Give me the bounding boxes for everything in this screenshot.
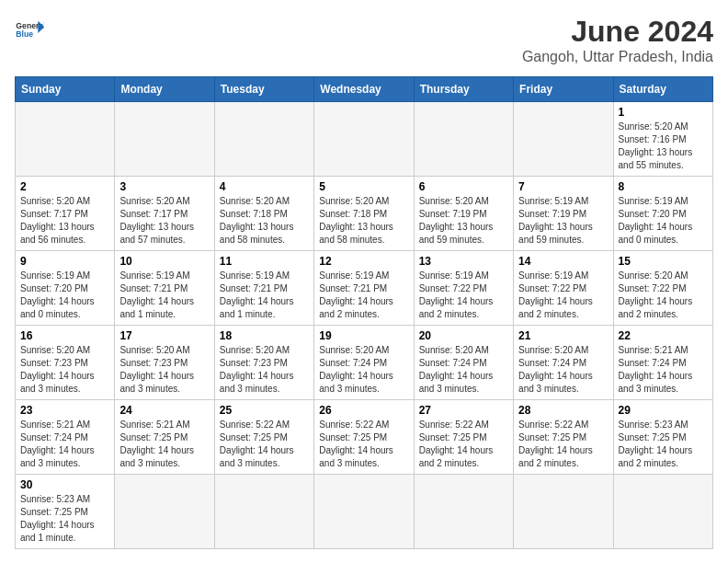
day-number: 16 (20, 329, 109, 342)
calendar-cell: 3Sunrise: 5:20 AMSunset: 7:17 PMDaylight… (115, 177, 214, 251)
calendar-cell: 17Sunrise: 5:20 AMSunset: 7:23 PMDayligh… (115, 326, 214, 400)
day-number: 19 (319, 329, 408, 342)
calendar-week-row: 2Sunrise: 5:20 AMSunset: 7:17 PMDaylight… (16, 177, 713, 251)
day-info: Sunrise: 5:19 AMSunset: 7:19 PMDaylight:… (518, 195, 608, 247)
day-number: 26 (319, 404, 408, 417)
calendar-week-row: 16Sunrise: 5:20 AMSunset: 7:23 PMDayligh… (16, 326, 713, 400)
page-title: June 2024 (522, 15, 713, 49)
calendar-cell: 27Sunrise: 5:22 AMSunset: 7:25 PMDayligh… (414, 400, 513, 475)
day-number: 18 (220, 329, 309, 342)
calendar-cell: 29Sunrise: 5:23 AMSunset: 7:25 PMDayligh… (613, 400, 712, 475)
calendar-cell: 10Sunrise: 5:19 AMSunset: 7:21 PMDayligh… (115, 251, 214, 326)
day-number: 23 (20, 404, 109, 417)
calendar-cell: 28Sunrise: 5:22 AMSunset: 7:25 PMDayligh… (514, 400, 613, 475)
day-info: Sunrise: 5:20 AMSunset: 7:17 PMDaylight:… (20, 195, 109, 247)
calendar-cell: 12Sunrise: 5:19 AMSunset: 7:21 PMDayligh… (314, 251, 414, 326)
day-number: 15 (619, 255, 708, 268)
calendar-table: SundayMondayTuesdayWednesdayThursdayFrid… (15, 76, 713, 549)
day-number: 9 (20, 255, 109, 268)
day-info: Sunrise: 5:19 AMSunset: 7:21 PMDaylight:… (220, 270, 309, 321)
calendar-week-row: 1Sunrise: 5:20 AMSunset: 7:16 PMDaylight… (16, 102, 713, 177)
calendar-cell: 8Sunrise: 5:19 AMSunset: 7:20 PMDaylight… (613, 177, 712, 251)
day-number: 13 (419, 255, 508, 268)
day-number: 8 (619, 180, 708, 193)
day-number: 4 (220, 180, 309, 193)
svg-text:Blue: Blue (16, 29, 33, 39)
day-info: Sunrise: 5:20 AMSunset: 7:22 PMDaylight:… (619, 270, 708, 321)
calendar-cell: 18Sunrise: 5:20 AMSunset: 7:23 PMDayligh… (214, 326, 313, 400)
calendar-cell (414, 102, 513, 177)
day-number: 1 (619, 106, 708, 119)
day-info: Sunrise: 5:19 AMSunset: 7:20 PMDaylight:… (619, 195, 708, 247)
day-info: Sunrise: 5:19 AMSunset: 7:20 PMDaylight:… (20, 270, 109, 321)
calendar-cell: 11Sunrise: 5:19 AMSunset: 7:21 PMDayligh… (214, 251, 313, 326)
day-info: Sunrise: 5:20 AMSunset: 7:23 PMDaylight:… (20, 344, 109, 396)
day-info: Sunrise: 5:23 AMSunset: 7:25 PMDaylight:… (619, 419, 708, 470)
logo-icon: General Blue (15, 15, 44, 44)
day-number: 5 (319, 180, 408, 193)
calendar-header-row: SundayMondayTuesdayWednesdayThursdayFrid… (16, 77, 713, 102)
day-number: 10 (119, 255, 209, 268)
day-info: Sunrise: 5:19 AMSunset: 7:21 PMDaylight:… (319, 270, 408, 321)
day-number: 20 (419, 329, 508, 342)
page-subtitle: Gangoh, Uttar Pradesh, India (522, 49, 713, 65)
day-number: 2 (20, 180, 109, 193)
day-info: Sunrise: 5:20 AMSunset: 7:19 PMDaylight:… (419, 195, 508, 247)
day-info: Sunrise: 5:20 AMSunset: 7:17 PMDaylight:… (119, 195, 209, 247)
day-info: Sunrise: 5:21 AMSunset: 7:24 PMDaylight:… (20, 419, 109, 470)
day-number: 12 (319, 255, 408, 268)
calendar-cell (214, 475, 313, 549)
day-number: 29 (619, 404, 708, 417)
day-info: Sunrise: 5:22 AMSunset: 7:25 PMDaylight:… (518, 419, 608, 470)
calendar-week-row: 9Sunrise: 5:19 AMSunset: 7:20 PMDaylight… (16, 251, 713, 326)
title-block: June 2024 Gangoh, Uttar Pradesh, India (522, 15, 713, 65)
day-number: 11 (220, 255, 309, 268)
calendar-cell (414, 475, 513, 549)
day-info: Sunrise: 5:20 AMSunset: 7:24 PMDaylight:… (518, 344, 608, 396)
calendar-cell: 16Sunrise: 5:20 AMSunset: 7:23 PMDayligh… (16, 326, 115, 400)
day-info: Sunrise: 5:21 AMSunset: 7:24 PMDaylight:… (619, 344, 708, 396)
calendar-cell (514, 102, 613, 177)
calendar-cell: 15Sunrise: 5:20 AMSunset: 7:22 PMDayligh… (613, 251, 712, 326)
calendar-cell: 21Sunrise: 5:20 AMSunset: 7:24 PMDayligh… (514, 326, 613, 400)
day-info: Sunrise: 5:20 AMSunset: 7:16 PMDaylight:… (619, 121, 708, 172)
day-info: Sunrise: 5:22 AMSunset: 7:25 PMDaylight:… (319, 419, 408, 470)
day-info: Sunrise: 5:19 AMSunset: 7:21 PMDaylight:… (119, 270, 209, 321)
calendar-cell: 6Sunrise: 5:20 AMSunset: 7:19 PMDaylight… (414, 177, 513, 251)
calendar-cell: 22Sunrise: 5:21 AMSunset: 7:24 PMDayligh… (613, 326, 712, 400)
day-info: Sunrise: 5:20 AMSunset: 7:23 PMDaylight:… (220, 344, 309, 396)
col-header-monday: Monday (115, 77, 214, 102)
calendar-cell: 24Sunrise: 5:21 AMSunset: 7:25 PMDayligh… (115, 400, 214, 475)
calendar-cell: 13Sunrise: 5:19 AMSunset: 7:22 PMDayligh… (414, 251, 513, 326)
day-number: 3 (119, 180, 209, 193)
col-header-thursday: Thursday (414, 77, 513, 102)
col-header-sunday: Sunday (16, 77, 115, 102)
day-number: 6 (419, 180, 508, 193)
calendar-week-row: 23Sunrise: 5:21 AMSunset: 7:24 PMDayligh… (16, 400, 713, 475)
col-header-friday: Friday (514, 77, 613, 102)
calendar-cell (613, 475, 712, 549)
calendar-cell: 1Sunrise: 5:20 AMSunset: 7:16 PMDaylight… (613, 102, 712, 177)
day-number: 27 (419, 404, 508, 417)
calendar-cell: 26Sunrise: 5:22 AMSunset: 7:25 PMDayligh… (314, 400, 414, 475)
day-info: Sunrise: 5:22 AMSunset: 7:25 PMDaylight:… (220, 419, 309, 470)
logo: General Blue (15, 15, 44, 44)
day-info: Sunrise: 5:20 AMSunset: 7:23 PMDaylight:… (119, 344, 209, 396)
calendar-cell (16, 102, 115, 177)
calendar-cell (514, 475, 613, 549)
col-header-wednesday: Wednesday (314, 77, 414, 102)
calendar-cell: 19Sunrise: 5:20 AMSunset: 7:24 PMDayligh… (314, 326, 414, 400)
calendar-cell: 14Sunrise: 5:19 AMSunset: 7:22 PMDayligh… (514, 251, 613, 326)
calendar-cell: 2Sunrise: 5:20 AMSunset: 7:17 PMDaylight… (16, 177, 115, 251)
day-number: 22 (619, 329, 708, 342)
col-header-tuesday: Tuesday (214, 77, 313, 102)
calendar-cell: 23Sunrise: 5:21 AMSunset: 7:24 PMDayligh… (16, 400, 115, 475)
day-info: Sunrise: 5:19 AMSunset: 7:22 PMDaylight:… (518, 270, 608, 321)
day-info: Sunrise: 5:22 AMSunset: 7:25 PMDaylight:… (419, 419, 508, 470)
calendar-week-row: 30Sunrise: 5:23 AMSunset: 7:25 PMDayligh… (16, 475, 713, 549)
calendar-cell (314, 475, 414, 549)
calendar-cell: 9Sunrise: 5:19 AMSunset: 7:20 PMDaylight… (16, 251, 115, 326)
day-number: 25 (220, 404, 309, 417)
day-info: Sunrise: 5:20 AMSunset: 7:18 PMDaylight:… (220, 195, 309, 247)
day-info: Sunrise: 5:20 AMSunset: 7:24 PMDaylight:… (319, 344, 408, 396)
